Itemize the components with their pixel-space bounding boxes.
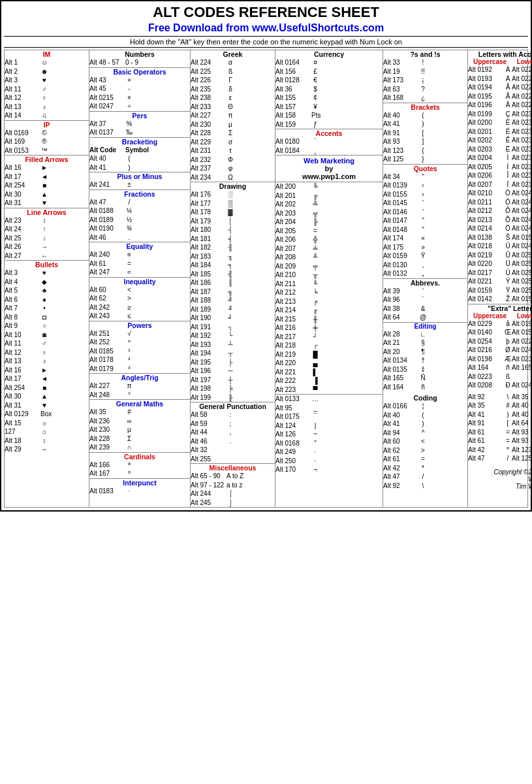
ed-row-7: Alt 164ñ [383, 383, 467, 392]
interpunct-section: Interpunct Alt 0183· [89, 479, 190, 496]
dw-row-14: Alt 189╜ [191, 305, 275, 314]
la-lc-15: Alt 0242ò [512, 189, 532, 198]
im-row-6: Alt 13♪ [5, 103, 89, 112]
bo-row-2: Alt 45- [89, 84, 190, 93]
la-uc-3: Alt 0194Â [468, 83, 512, 92]
plusminus-section: Plus or Minus Alt 241± [89, 172, 190, 190]
dw-row-23: Alt 198╞ [191, 384, 275, 393]
la-lc-23: Alt 0251û [512, 259, 532, 269]
pers-section: Pers Alt 37% Alt 0137‰ [89, 112, 190, 138]
pow-row-2: Alt 252ⁿ [89, 338, 190, 347]
bul-row-17: Alt 0129Box [5, 410, 89, 419]
el-uc-8: Alt 0208Ð [468, 381, 512, 390]
pers-row-2: Alt 0137‰ [89, 128, 190, 137]
copyright-line2: Tim Woolfson [468, 483, 532, 490]
cd2-row-16: Alt 125} [512, 454, 532, 463]
la-uc-24: Alt 0217Ù [468, 269, 512, 278]
powers-section: Powers Alt 251√ Alt 252ⁿ Alt 0185¹ Alt 0… [89, 321, 190, 374]
fa-row-3: Alt 254■ [5, 181, 89, 190]
bul-row-20: Alt 18↕ [5, 436, 89, 446]
coding2-section: Alt 92\ Alt 35# Alt 35# Alt 40( Alt 41) … [468, 393, 532, 463]
bracketing-section: Bracketing Alt CodeSymbol Alt 40( Alt 41… [89, 138, 190, 173]
card-row-2: Alt 167º [89, 469, 190, 478]
la-lc-14: Alt 0239ï [512, 180, 532, 189]
dw2-row-10: Alt 209╤ [275, 262, 383, 271]
drawing2-section: Alt 200╚ Alt 201╔ Alt 202╩ Alt 203╦ Alt … [275, 182, 383, 395]
gen-punct-header: General Punctuation [191, 402, 275, 410]
qt-row-10: Alt 0159Ÿ [383, 252, 467, 261]
pow-row-4: Alt 0178² [89, 355, 190, 365]
el-uc-6: Alt 164ñ [468, 363, 512, 372]
misc-row-1: Alt 65 - 90A to Z [191, 472, 275, 481]
cd2-row-9: Alt 61= [468, 428, 512, 437]
el-uc-1: Alt 0229å [468, 319, 512, 329]
gen-maths-header: General Maths [89, 400, 190, 408]
bul-row-1: Alt 3♥ [5, 269, 89, 278]
bul-row-15: Alt 30▲ [5, 392, 89, 401]
la-lc-10: Alt 0235ë [512, 145, 532, 154]
cd2-row-12: Alt 93] [512, 436, 532, 446]
bul-row-4: Alt 6♠ [5, 295, 89, 304]
dw-row-15: Alt 190╛ [191, 314, 275, 323]
la-uc-21: Alt 0218Ú [468, 242, 512, 251]
gr-row-5: Alt 238ε [191, 93, 275, 103]
la-uc-6: Alt 0199Ç [468, 110, 512, 119]
angles-header: Angles/Trig [89, 374, 190, 382]
cd2-row-8: Alt 64@ [512, 419, 532, 428]
ip-row-3: Alt 0153™ [5, 146, 89, 155]
misc-section: Miscellaneous Alt 65 - 90A to Z Alt 97 -… [191, 464, 275, 507]
basic-ops-section: Basic Operators Alt 43+ Alt 45- Alt 0215… [89, 68, 190, 112]
dw-row-10: Alt 185╣ [191, 270, 275, 279]
ip-row-1: Alt 0169© [5, 129, 89, 138]
brackets-section: Brackets Alt 40( Alt 41) Alt 91[ Alt 93]… [383, 103, 467, 165]
cd2-row-7: Alt 91[ [468, 419, 512, 428]
br-hdr: Alt CodeSymbol [89, 146, 190, 155]
ab-row-4: Alt 64@ [383, 313, 467, 322]
dw2-row-4: Alt 203╦ [275, 209, 383, 218]
cd2-row-5: Alt 41) [468, 410, 512, 419]
page: ALT CODES REFERENCE SHEET Free Download … [0, 0, 532, 512]
gr-row-11: Alt 231τ [191, 146, 275, 155]
la-uc-16: Alt 0211Ó [468, 198, 512, 207]
qs-section: ?s and !s Alt 33! Alt 19!! Alt 173¡ Alt … [383, 50, 467, 103]
el-uc-3: Alt 0254þ [468, 337, 512, 346]
page-subtitle: Free Download from www.UsefulShortcuts.c… [4, 22, 528, 34]
fa-row-4: Alt 30▲ [5, 190, 89, 199]
ed-row-5: Alt 0135‡ [383, 365, 467, 374]
gp-row-2: Alt 59; [191, 419, 275, 429]
ip-header: IP [5, 121, 89, 129]
la-row-2: Alt 24↑ [5, 225, 89, 234]
gp2-section: Alt 0133… Alt 95_ Alt 0175¯ Alt 124| Alt… [275, 395, 383, 474]
la-uc-25: Alt 0221Ý [468, 277, 512, 286]
accents-section: Accents Alt 0180´ Alt 0184¸ [275, 129, 383, 155]
gr-row-13: Alt 237φ [191, 164, 275, 173]
gp2-row-misc2: Alt 250· [275, 457, 383, 466]
brackets-header: Brackets [383, 103, 467, 111]
gp2-row-misc1: Alt 249· [275, 448, 383, 457]
eq-row-2: Alt 61= [89, 259, 190, 269]
qs-row-1: Alt 33! [383, 58, 467, 67]
bul-row-16: Alt 31▼ [5, 401, 89, 410]
ineq-row-1: Alt 60< [89, 286, 190, 295]
editing-section: Editing Alt 28∟ Alt 21§ Alt 20¶ Alt 0134… [383, 323, 467, 491]
qs-header: ?s and !s [383, 50, 467, 58]
cd-row-5: Alt 60< [383, 437, 467, 446]
col4: Currency Alt 0164¤ Alt 156£ Alt 0128€ Al… [275, 50, 383, 507]
cd2-row-13: Alt 42* [468, 446, 512, 455]
cd2-row-11: Alt 61= [468, 436, 512, 446]
la-lc-2: Alt 0225á [512, 74, 532, 84]
ang-row-1: Alt 227π [89, 382, 190, 391]
dw-row-2: Alt 177▒ [191, 199, 275, 208]
gm-row-2: Alt 236∞ [89, 417, 190, 426]
bullets-section: Bullets Alt 3♥ Alt 4◆ Alt 5♣ Alt 6♠ Alt … [5, 261, 89, 454]
fractions-header: Fractions [89, 190, 190, 198]
dw-row-20: Alt 195├ [191, 358, 275, 367]
powers-header: Powers [89, 321, 190, 329]
qt-row-8: Alt 174« [383, 234, 467, 243]
dw2-row-24: Alt 223▀ [275, 385, 383, 395]
la-lc-20: Alt 0154š [512, 233, 532, 242]
pow-row-3: Alt 0185¹ [89, 347, 190, 356]
la-uc-11: Alt 0204Ì [468, 154, 512, 163]
dw-row-3: Alt 178▓ [191, 208, 275, 217]
bul-row-18: Alt 15☼ [5, 419, 89, 428]
